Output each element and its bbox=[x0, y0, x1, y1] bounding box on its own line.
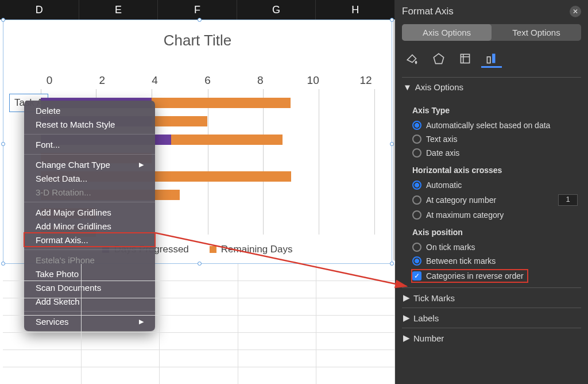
size-properties-icon[interactable] bbox=[455, 49, 475, 68]
radio-text-axis[interactable]: Text axis bbox=[412, 132, 578, 146]
radio-at-category[interactable]: At category number1 bbox=[412, 192, 578, 208]
bar-segment[interactable] bbox=[152, 116, 207, 126]
category-number-input[interactable]: 1 bbox=[558, 194, 578, 206]
panel-title: Format Axis bbox=[402, 6, 454, 17]
axis-options-icon[interactable] bbox=[481, 49, 502, 68]
menu-add-minor-gridlines[interactable]: Add Minor Gridlines bbox=[24, 219, 155, 233]
menu-select-data[interactable]: Select Data... bbox=[24, 171, 155, 185]
chart-title[interactable]: Chart Title bbox=[3, 20, 392, 53]
col-header[interactable]: F bbox=[158, 0, 237, 20]
col-header[interactable]: G bbox=[237, 0, 316, 20]
chevron-down-icon: ▼ bbox=[403, 82, 412, 92]
radio-at-max[interactable]: At maximum category bbox=[412, 208, 578, 222]
x-axis-ticks: 024681012 bbox=[41, 74, 374, 87]
radio-between-tick[interactable]: Between tick marks bbox=[412, 254, 578, 268]
close-icon[interactable]: ✕ bbox=[570, 6, 581, 17]
chevron-right-icon: ▶ bbox=[403, 333, 410, 343]
svg-rect-2 bbox=[487, 56, 490, 63]
svg-rect-3 bbox=[492, 53, 495, 63]
effects-icon[interactable] bbox=[428, 49, 449, 68]
fill-line-icon[interactable] bbox=[402, 49, 423, 68]
panel-tabs: Axis Options Text Options bbox=[402, 24, 581, 41]
menu-3d-rotation: 3-D Rotation... bbox=[24, 185, 155, 199]
spreadsheet-grid[interactable] bbox=[3, 264, 395, 384]
radio-on-tick[interactable]: On tick marks bbox=[412, 240, 578, 254]
menu-change-chart-type[interactable]: Change Chart Type▶ bbox=[24, 158, 155, 171]
bar-segment[interactable] bbox=[171, 135, 282, 145]
label-axis-type: Axis Type bbox=[412, 106, 578, 115]
menu-font[interactable]: Font... bbox=[24, 137, 155, 151]
submenu-arrow-icon: ▶ bbox=[139, 161, 144, 168]
col-header[interactable]: D bbox=[0, 0, 79, 20]
svg-rect-1 bbox=[461, 54, 469, 63]
radio-automatic[interactable]: Automatic bbox=[412, 178, 578, 192]
format-axis-panel: Format Axis ✕ Axis Options Text Options … bbox=[395, 0, 588, 384]
section-labels[interactable]: ▶Labels bbox=[402, 308, 581, 328]
col-header[interactable]: E bbox=[79, 0, 158, 20]
menu-delete[interactable]: Delete bbox=[24, 103, 155, 117]
chevron-right-icon: ▶ bbox=[403, 313, 410, 323]
section-axis-options[interactable]: ▼Axis Options bbox=[402, 77, 581, 97]
column-headers: D E F G H bbox=[0, 0, 395, 20]
tab-axis-options[interactable]: Axis Options bbox=[402, 24, 492, 41]
menu-reset-style[interactable]: Reset to Match Style bbox=[24, 117, 155, 131]
radio-date-axis[interactable]: Date axis bbox=[412, 146, 578, 160]
checkbox-reverse-order[interactable]: ✓Categories in reverse order bbox=[412, 270, 527, 282]
label-axis-position: Axis position bbox=[412, 228, 578, 237]
svg-marker-0 bbox=[434, 53, 443, 63]
tab-text-options[interactable]: Text Options bbox=[492, 24, 581, 41]
section-number[interactable]: ▶Number bbox=[402, 328, 581, 348]
radio-auto-data[interactable]: Automatically select based on data bbox=[412, 118, 578, 132]
menu-add-major-gridlines[interactable]: Add Major Gridlines bbox=[24, 205, 155, 219]
col-header[interactable]: H bbox=[316, 0, 395, 20]
chevron-right-icon: ▶ bbox=[403, 293, 410, 303]
bar-segment[interactable] bbox=[152, 98, 291, 108]
check-icon: ✓ bbox=[412, 271, 421, 281]
menu-format-axis[interactable]: Format Axis... bbox=[24, 233, 155, 247]
section-tick-marks[interactable]: ▶Tick Marks bbox=[402, 287, 581, 308]
label-h-crosses: Horizontal axis crosses bbox=[412, 166, 578, 175]
